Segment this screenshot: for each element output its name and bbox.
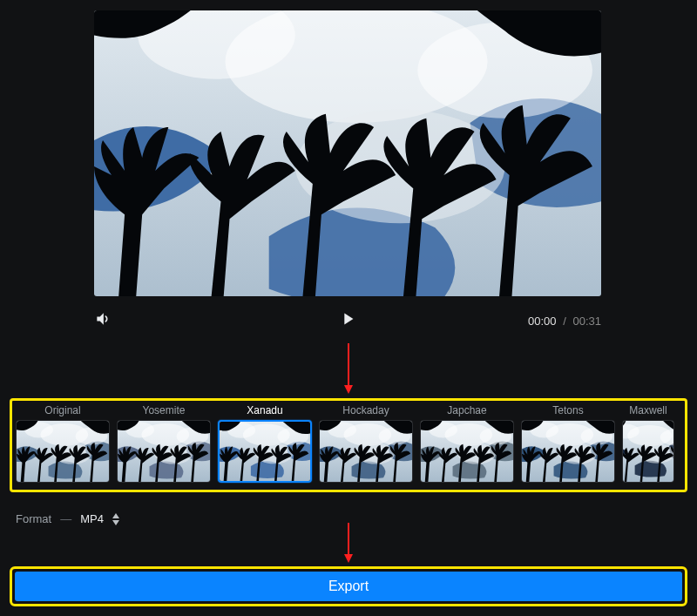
play-button[interactable] bbox=[338, 309, 357, 332]
annotation-arrow-icon bbox=[348, 343, 349, 392]
format-value: MP4 bbox=[80, 512, 104, 525]
filter-thumbnail bbox=[319, 420, 413, 483]
player-controls: 00:00 / 00:31 bbox=[94, 307, 601, 335]
filter-label: Maxwell bbox=[629, 404, 667, 416]
filter-japchae[interactable]: Japchae bbox=[420, 404, 514, 486]
filter-thumbnail bbox=[117, 420, 211, 483]
filter-label: Yosemite bbox=[143, 404, 186, 416]
annotation-arrow-icon bbox=[348, 523, 349, 561]
filter-maxwell[interactable]: Maxwell bbox=[622, 404, 674, 486]
export-button[interactable]: Export bbox=[15, 572, 682, 601]
filter-thumbnail bbox=[16, 420, 110, 483]
filter-strip: OriginalYosemiteXanaduHockadayJapchaeTet… bbox=[10, 398, 687, 492]
filter-yosemite[interactable]: Yosemite bbox=[117, 404, 211, 486]
filter-label: Xanadu bbox=[247, 404, 282, 416]
format-dash: — bbox=[60, 512, 71, 525]
filter-label: Hockaday bbox=[342, 404, 389, 416]
time-readout: 00:00 / 00:31 bbox=[528, 315, 601, 328]
filter-thumbnail bbox=[218, 420, 312, 483]
filter-xanadu[interactable]: Xanadu bbox=[218, 404, 312, 486]
export-frame: Export bbox=[10, 566, 687, 606]
filter-label: Original bbox=[44, 404, 80, 416]
filter-label: Tetons bbox=[552, 404, 583, 416]
volume-icon[interactable] bbox=[94, 310, 112, 331]
filter-hockaday[interactable]: Hockaday bbox=[319, 404, 413, 486]
filter-label: Japchae bbox=[447, 404, 486, 416]
export-button-label: Export bbox=[328, 579, 369, 594]
duration: 00:31 bbox=[572, 315, 601, 328]
filter-thumbnail bbox=[622, 420, 674, 483]
filter-original[interactable]: Original bbox=[16, 404, 110, 486]
video-preview[interactable] bbox=[94, 10, 601, 296]
filter-thumbnail bbox=[420, 420, 514, 483]
format-row: Format — MP4 bbox=[16, 512, 119, 525]
time-separator: / bbox=[559, 315, 570, 328]
format-label: Format bbox=[16, 512, 51, 525]
chevron-up-icon bbox=[112, 513, 119, 518]
format-stepper[interactable] bbox=[112, 513, 119, 525]
filter-thumbnail bbox=[521, 420, 615, 483]
chevron-down-icon bbox=[112, 520, 119, 525]
current-time: 00:00 bbox=[528, 315, 557, 328]
filter-tetons[interactable]: Tetons bbox=[521, 404, 615, 486]
